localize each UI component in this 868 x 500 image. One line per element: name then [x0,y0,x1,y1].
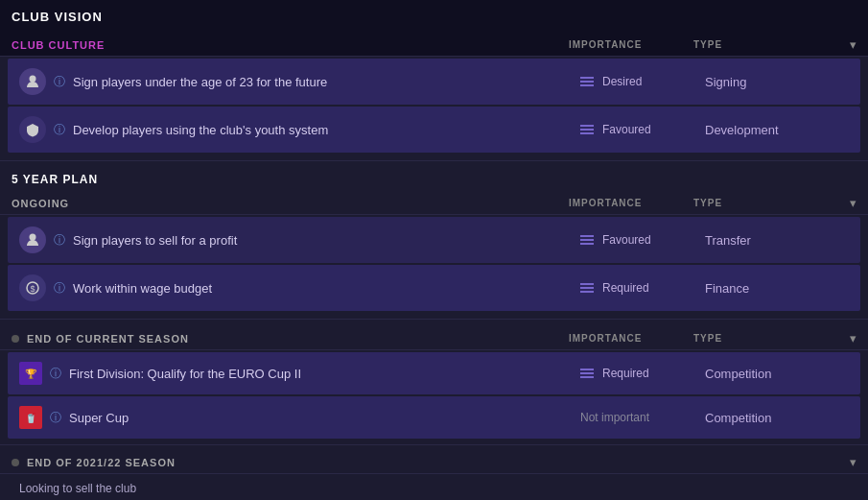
info-icon-5[interactable]: ⓘ [50,366,61,382]
cup-icon-2: 🥤 [19,406,42,429]
row-importance-1: Desired [580,75,705,88]
ongoing-col-type: TYPE [693,198,837,208]
svg-text:🏆: 🏆 [25,368,37,380]
club-culture-row-1: ⓘ Sign players under the age of 23 for t… [8,59,860,105]
importance-bars-4 [580,283,594,293]
row-label-4: Work within wage budget [73,281,580,296]
end-season-dot [12,335,19,343]
page-container: CLUB VISION CLUB CULTURE IMPORTANCE TYPE… [0,0,868,500]
ongoing-row-1: ⓘ Sign players to sell for a profit Favo… [8,217,860,263]
importance-text-2: Favoured [602,123,651,136]
club-vision-title: CLUB VISION [0,0,868,34]
five-year-plan-section: 5 YEAR PLAN ONGOING IMPORTANCE TYPE ▾ [0,169,868,311]
row-importance-4: Required [580,281,705,295]
end-2122-dot [12,459,19,466]
row-importance-6: Not important [580,411,705,424]
end-season-header-row: END OF CURRENT SEASON IMPORTANCE TYPE ▾ [0,327,868,350]
info-icon-2[interactable]: ⓘ [54,122,65,138]
sell-club-label: Looking to sell the club [19,482,136,495]
ongoing-title: ONGOING [12,196,569,210]
end-season-row-1: 🏆 ⓘ First Division: Qualify for the EURO… [8,352,860,394]
col-importance-header: IMPORTANCE [569,39,693,50]
importance-bars-5 [580,369,594,378]
shield-icon-2 [19,116,46,143]
end-2122-title: END OF 2021/22 SEASON [27,457,176,468]
row-type-6: Competition [705,411,849,425]
club-culture-header-row: CLUB CULTURE IMPORTANCE TYPE ▾ [0,34,868,57]
row-label-5: First Division: Qualify for the EURO Cup… [69,367,580,381]
row-label-6: Super Cup [69,411,580,425]
divider-3 [0,444,868,445]
end-season-col-arrow[interactable]: ▾ [837,331,856,345]
col-header-arrow[interactable]: ▾ [837,37,856,52]
end-2122-header-row: END OF 2021/22 SEASON ▾ [0,451,868,474]
importance-text-6: Not important [580,411,649,424]
ongoing-header-row: ONGOING IMPORTANCE TYPE ▾ [0,192,868,215]
row-label-2: Develop players using the club's youth s… [73,123,580,137]
ongoing-col-importance: IMPORTANCE [569,198,693,208]
importance-bars-3 [580,235,594,245]
row-label-3: Sign players to sell for a profit [73,233,580,248]
importance-text-1: Desired [602,75,642,88]
row-label-1: Sign players under the age of 23 for the… [73,75,580,89]
importance-text-5: Required [602,367,649,380]
svg-point-0 [30,76,36,83]
info-icon-4[interactable]: ⓘ [54,280,65,297]
person-icon-1 [19,68,46,95]
svg-text:$: $ [30,284,35,294]
row-importance-2: Favoured [580,123,705,136]
end-2122-row-1: Looking to sell the club [0,474,868,500]
info-icon-1[interactable]: ⓘ [54,74,65,90]
club-culture-section: CLUB CULTURE IMPORTANCE TYPE ▾ ⓘ Sign pl… [0,34,868,153]
end-2122-section: END OF 2021/22 SEASON ▾ Looking to sell … [0,451,868,500]
five-year-plan-title: 5 YEAR PLAN [0,169,868,188]
end-season-title-container: END OF CURRENT SEASON [12,333,569,345]
divider-2 [0,319,868,320]
col-type-header: TYPE [693,39,837,50]
importance-text-4: Required [602,281,649,295]
end-2122-title-container: END OF 2021/22 SEASON [12,457,837,468]
importance-text-3: Favoured [602,233,651,247]
circle-dollar-icon: $ [19,274,46,301]
row-type-5: Competition [705,367,849,381]
svg-text:🥤: 🥤 [25,412,37,424]
info-icon-3[interactable]: ⓘ [54,232,65,249]
end-season-col-type: TYPE [693,333,837,344]
svg-point-1 [30,234,36,241]
row-importance-5: Required [580,367,705,380]
info-icon-6[interactable]: ⓘ [50,410,61,426]
end-current-season-section: END OF CURRENT SEASON IMPORTANCE TYPE ▾ … [0,327,868,439]
trophy-icon-1: 🏆 [19,362,42,385]
importance-bars-2 [580,125,594,134]
importance-bars-1 [580,77,594,86]
end-season-row-2: 🥤 ⓘ Super Cup Not important Competition [8,396,860,439]
end-season-title: END OF CURRENT SEASON [27,333,189,345]
row-type-4: Finance [705,281,849,296]
ongoing-col-arrow[interactable]: ▾ [837,196,856,210]
row-type-3: Transfer [705,233,849,248]
club-culture-section-title: CLUB CULTURE [12,37,569,52]
club-culture-row-2: ⓘ Develop players using the club's youth… [8,107,860,153]
person-icon-3 [19,226,46,253]
row-type-2: Development [705,123,849,137]
end-season-col-importance: IMPORTANCE [569,333,693,344]
ongoing-row-2: $ ⓘ Work within wage budget Required Fin… [8,265,860,311]
end-2122-col-arrow[interactable]: ▾ [837,455,856,469]
row-importance-3: Favoured [580,233,705,247]
row-type-1: Signing [705,75,849,89]
divider-1 [0,160,868,161]
page-title-text: CLUB VISION [12,10,103,24]
